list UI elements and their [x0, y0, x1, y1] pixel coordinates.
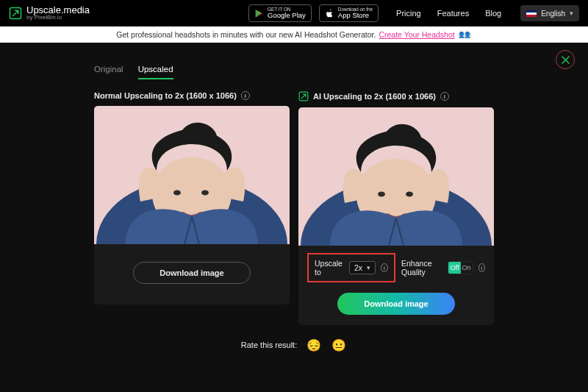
app-header: Upscale.media by PixelBin.io GET IT ON G…: [0, 0, 588, 26]
info-icon[interactable]: i: [440, 92, 449, 101]
ai-badge-icon: [298, 91, 309, 101]
info-icon[interactable]: i: [478, 263, 485, 272]
preview-image: [298, 107, 494, 246]
result-tabs: Original Upscaled: [0, 43, 588, 79]
avatar-icon: 👤: [464, 31, 472, 39]
close-button[interactable]: [556, 50, 575, 69]
promo-banner: Get professional headshots in minutes wi…: [0, 26, 588, 43]
upscale-to-group: Upscale to 2x ▾ i: [307, 253, 395, 282]
app-store-badge[interactable]: Download on the App Store: [319, 4, 379, 22]
uk-flag-icon: [526, 10, 537, 17]
normal-upscale-preview: [94, 106, 290, 244]
svg-point-4: [173, 190, 181, 196]
nav-blog[interactable]: Blog: [485, 9, 501, 18]
info-icon[interactable]: i: [241, 91, 250, 100]
promo-text: Get professional headshots in minutes wi…: [116, 30, 376, 39]
enhance-quality-toggle[interactable]: Off On: [448, 261, 473, 274]
download-ai-button[interactable]: Download image: [337, 293, 455, 315]
main-nav: Pricing Features Blog: [396, 9, 501, 18]
chevron-down-icon: ▾: [570, 10, 573, 17]
download-normal-button[interactable]: Download image: [133, 262, 251, 284]
preview-image: [94, 106, 290, 244]
google-play-badge[interactable]: GET IT ON Google Play: [248, 4, 312, 22]
brand-subtitle: by PixelBin.io: [26, 15, 90, 21]
upscale-controls: Upscale to 2x ▾ i Enhance Quality Off On: [307, 253, 485, 282]
close-icon: [562, 56, 570, 64]
enhance-quality-label: Enhance Quality: [401, 259, 442, 277]
rating-row: Rate this result: 😔 😐: [0, 337, 588, 353]
rating-label: Rate this result:: [241, 341, 297, 349]
upscale-to-label: Upscale to: [315, 259, 344, 277]
info-icon[interactable]: i: [381, 263, 388, 272]
tab-original[interactable]: Original: [94, 65, 123, 79]
upscale-factor-select[interactable]: 2x ▾: [349, 261, 376, 274]
promo-avatars: 👤 👤: [460, 31, 472, 39]
apple-icon: [325, 9, 334, 18]
nav-features[interactable]: Features: [437, 9, 469, 18]
compare-area: Normal Upscaling to 2x (1600 x 1066) i: [0, 79, 588, 325]
promo-link[interactable]: Create Your Headshot: [379, 30, 454, 39]
tab-upscaled[interactable]: Upscaled: [138, 65, 173, 79]
ai-upscale-panel: AI Upscaling to 2x (1600 x 1066) i: [298, 91, 494, 325]
svg-point-11: [406, 192, 413, 197]
normal-upscale-panel: Normal Upscaling to 2x (1600 x 1066) i: [94, 91, 290, 325]
ai-upscale-preview: [298, 107, 494, 246]
brand-logo[interactable]: Upscale.media by PixelBin.io: [9, 5, 90, 21]
language-selector[interactable]: English ▾: [520, 5, 579, 21]
chevron-down-icon: ▾: [367, 264, 370, 271]
rate-sad-emoji[interactable]: 😔: [306, 337, 322, 353]
nav-pricing[interactable]: Pricing: [396, 9, 421, 18]
svg-point-10: [378, 192, 385, 197]
svg-point-5: [201, 190, 209, 196]
rate-neutral-emoji[interactable]: 😐: [331, 337, 347, 353]
ai-upscale-title: AI Upscaling to 2x (1600 x 1066): [313, 92, 436, 101]
upscale-logo-icon: [9, 7, 22, 20]
google-play-icon: [254, 9, 264, 18]
normal-upscale-title: Normal Upscaling to 2x (1600 x 1066): [94, 91, 237, 100]
